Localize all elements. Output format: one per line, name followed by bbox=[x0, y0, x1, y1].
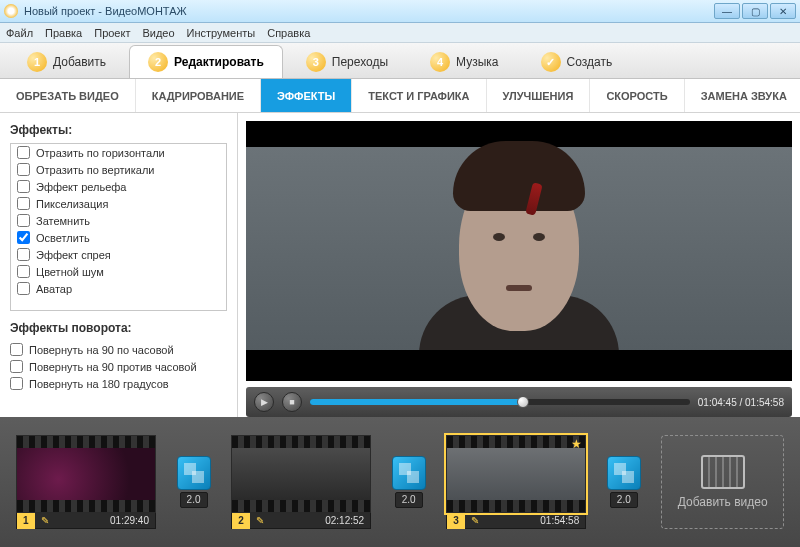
step-label: Переходы bbox=[332, 55, 388, 69]
menu-инструменты[interactable]: Инструменты bbox=[187, 27, 256, 39]
timeline-clip[interactable]: 2✎02:12:52 bbox=[231, 435, 371, 529]
effect-checkbox[interactable] bbox=[17, 214, 30, 227]
menu-файл[interactable]: Файл bbox=[6, 27, 33, 39]
step-number-icon: 4 bbox=[430, 52, 450, 72]
transition-slot: 2.0 bbox=[385, 456, 432, 508]
effect-item[interactable]: Эффект рельефа bbox=[11, 178, 226, 195]
add-video-label: Добавить видео bbox=[678, 495, 768, 509]
effect-item[interactable]: Пикселизация bbox=[11, 195, 226, 212]
effect-item[interactable]: Аватар bbox=[11, 280, 226, 297]
step-label: Добавить bbox=[53, 55, 106, 69]
transition-slot: 2.0 bbox=[170, 456, 217, 508]
step-tab-редактировать[interactable]: 2Редактировать bbox=[129, 45, 283, 78]
effect-label: Осветлить bbox=[36, 232, 90, 244]
stop-button[interactable]: ■ bbox=[282, 392, 302, 412]
effect-checkbox[interactable] bbox=[17, 265, 30, 278]
player-controls: ▶ ■ 01:04:45 / 01:54:58 bbox=[246, 387, 792, 417]
effects-list[interactable]: Отразить по горизонталиОтразить по верти… bbox=[10, 143, 227, 311]
clip-infobar: 1✎01:29:40 bbox=[16, 513, 156, 529]
clip-thumbnail[interactable]: ★ bbox=[446, 435, 586, 513]
menubar: ФайлПравкаПроектВидеоИнструментыСправка bbox=[0, 23, 800, 43]
rotations-list: Повернуть на 90 по часовойПовернуть на 9… bbox=[10, 341, 227, 392]
subtab-5[interactable]: СКОРОСТЬ bbox=[590, 79, 684, 112]
menu-правка[interactable]: Правка bbox=[45, 27, 82, 39]
step-tab-создать[interactable]: Создать bbox=[522, 45, 632, 78]
rotations-title: Эффекты поворота: bbox=[10, 321, 227, 335]
effect-checkbox[interactable] bbox=[17, 197, 30, 210]
effect-item[interactable]: Отразить по вертикали bbox=[11, 161, 226, 178]
step-number-icon: 1 bbox=[27, 52, 47, 72]
effect-label: Цветной шум bbox=[36, 266, 104, 278]
clip-edit-icon[interactable]: ✎ bbox=[465, 515, 485, 526]
rotation-item[interactable]: Повернуть на 90 по часовой bbox=[10, 341, 227, 358]
menu-справка[interactable]: Справка bbox=[267, 27, 310, 39]
preview-video[interactable] bbox=[246, 121, 792, 381]
minimize-button[interactable]: — bbox=[714, 3, 740, 19]
titlebar: Новый проект - ВидеоМОНТАЖ — ▢ ✕ bbox=[0, 0, 800, 23]
app-icon bbox=[4, 4, 18, 18]
effects-sidebar: Эффекты: Отразить по горизонталиОтразить… bbox=[0, 113, 238, 417]
clip-infobar: 2✎02:12:52 bbox=[231, 513, 371, 529]
menu-проект[interactable]: Проект bbox=[94, 27, 130, 39]
transition-icon[interactable] bbox=[607, 456, 641, 490]
step-tab-добавить[interactable]: 1Добавить bbox=[8, 45, 125, 78]
play-button[interactable]: ▶ bbox=[254, 392, 274, 412]
clip-infobar: 3✎01:54:58 bbox=[446, 513, 586, 529]
rotation-label: Повернуть на 90 по часовой bbox=[29, 344, 174, 356]
step-tab-переходы[interactable]: 3Переходы bbox=[287, 45, 407, 78]
clip-thumbnail[interactable] bbox=[231, 435, 371, 513]
maximize-button[interactable]: ▢ bbox=[742, 3, 768, 19]
subtab-1[interactable]: КАДРИРОВАНИЕ bbox=[136, 79, 261, 112]
timeline-clip[interactable]: ★3✎01:54:58 bbox=[446, 435, 586, 529]
step-number-icon bbox=[541, 52, 561, 72]
window-title: Новый проект - ВидеоМОНТАЖ bbox=[24, 5, 714, 17]
effect-item[interactable]: Эффект спрея bbox=[11, 246, 226, 263]
rotation-item[interactable]: Повернуть на 180 градусов bbox=[10, 375, 227, 392]
transition-icon[interactable] bbox=[177, 456, 211, 490]
effect-label: Пикселизация bbox=[36, 198, 108, 210]
effect-label: Затемнить bbox=[36, 215, 90, 227]
menu-видео[interactable]: Видео bbox=[142, 27, 174, 39]
clip-edit-icon[interactable]: ✎ bbox=[35, 515, 55, 526]
clip-edit-icon[interactable]: ✎ bbox=[250, 515, 270, 526]
step-label: Создать bbox=[567, 55, 613, 69]
clip-duration: 02:12:52 bbox=[319, 515, 370, 526]
step-tab-музыка[interactable]: 4Музыка bbox=[411, 45, 517, 78]
effect-checkbox[interactable] bbox=[17, 282, 30, 295]
seek-bar[interactable] bbox=[310, 399, 690, 405]
transition-duration[interactable]: 2.0 bbox=[180, 492, 208, 508]
subtab-4[interactable]: УЛУЧШЕНИЯ bbox=[487, 79, 591, 112]
add-video-button[interactable]: Добавить видео bbox=[661, 435, 784, 529]
clip-number: 2 bbox=[232, 513, 250, 529]
subtabs: ОБРЕЗАТЬ ВИДЕОКАДРИРОВАНИЕЭФФЕКТЫТЕКСТ И… bbox=[0, 79, 800, 113]
effect-checkbox[interactable] bbox=[17, 248, 30, 261]
effect-item[interactable]: Осветлить bbox=[11, 229, 226, 246]
rotation-label: Повернуть на 90 против часовой bbox=[29, 361, 197, 373]
effect-checkbox[interactable] bbox=[17, 231, 30, 244]
effect-checkbox[interactable] bbox=[17, 180, 30, 193]
effect-checkbox[interactable] bbox=[17, 163, 30, 176]
rotation-item[interactable]: Повернуть на 90 против часовой bbox=[10, 358, 227, 375]
timeline-clip[interactable]: 1✎01:29:40 bbox=[16, 435, 156, 529]
rotation-checkbox[interactable] bbox=[10, 377, 23, 390]
transition-duration[interactable]: 2.0 bbox=[610, 492, 638, 508]
effect-checkbox[interactable] bbox=[17, 146, 30, 159]
close-button[interactable]: ✕ bbox=[770, 3, 796, 19]
rotation-checkbox[interactable] bbox=[10, 343, 23, 356]
effect-item[interactable]: Цветной шум bbox=[11, 263, 226, 280]
transition-duration[interactable]: 2.0 bbox=[395, 492, 423, 508]
film-icon bbox=[701, 455, 745, 489]
subtab-6[interactable]: ЗАМЕНА ЗВУКА bbox=[685, 79, 800, 112]
subtab-2[interactable]: ЭФФЕКТЫ bbox=[261, 79, 352, 112]
effect-item[interactable]: Затемнить bbox=[11, 212, 226, 229]
subtab-3[interactable]: ТЕКСТ И ГРАФИКА bbox=[352, 79, 486, 112]
clip-thumbnail[interactable] bbox=[16, 435, 156, 513]
step-number-icon: 3 bbox=[306, 52, 326, 72]
effect-item[interactable]: Отразить по горизонтали bbox=[11, 144, 226, 161]
step-tabs: 1Добавить2Редактировать3Переходы4МузыкаС… bbox=[0, 43, 800, 79]
transition-icon[interactable] bbox=[392, 456, 426, 490]
seek-knob[interactable] bbox=[517, 396, 529, 408]
subtab-0[interactable]: ОБРЕЗАТЬ ВИДЕО bbox=[0, 79, 136, 112]
rotation-checkbox[interactable] bbox=[10, 360, 23, 373]
clip-number: 3 bbox=[447, 513, 465, 529]
